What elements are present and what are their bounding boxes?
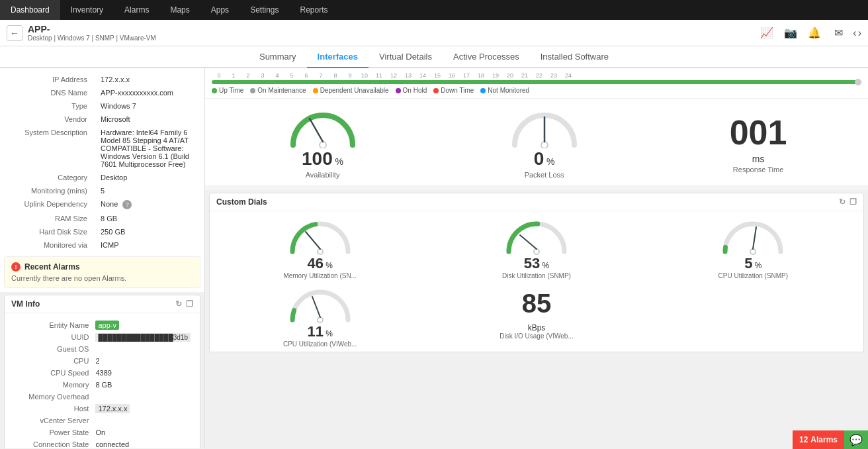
response-time-display: 001 [730,111,787,154]
bell-icon[interactable]: 🔔 [805,24,824,42]
hour-1: 1 [226,72,241,79]
hour-12: 12 [386,72,401,79]
onhold-dot [396,88,401,93]
expand-icon[interactable]: ❐ [186,299,193,309]
dependent-label: Dependent Unavailable [320,87,389,94]
connection-state-value: connected [93,439,193,448]
nav-settings[interactable]: Settings [239,0,289,20]
downtime-dot [433,88,439,93]
cpu-snmp-value: 5 % [647,255,859,272]
svg-point-10 [318,317,323,323]
harddisk-row: Hard Disk Size 250 GB [1,226,203,238]
cpu-speed-label: CPU Speed [11,368,91,378]
vm-info-section: VM Info ↻ ❐ Entity Name app-v UUID [0,292,204,448]
svg-point-0 [320,142,326,148]
nav-reports[interactable]: Reports [289,0,338,20]
monitoring-value: 5 [95,185,203,197]
uplink-value: None ? [95,198,203,211]
alarms-status-button[interactable]: 12 Alarms [793,430,844,448]
vendor-label: Vendor [1,113,94,125]
tab-summary[interactable]: Summary [249,46,307,68]
maintenance-dot [250,88,255,93]
hour-14: 14 [415,72,430,79]
alarm-message: Currently there are no open Alarms. [11,274,193,282]
memory-dial-svg [287,215,353,255]
category-value: Desktop [95,172,203,183]
downtime-label: Down Time [441,87,474,94]
cpu-value: 2 [93,356,193,366]
nav-maps[interactable]: Maps [159,0,200,20]
dns-name-label: DNS Name [1,87,94,99]
nav-arrows: ‹ › [853,27,861,39]
mail-icon[interactable]: ✉ [829,24,847,42]
nav-alarms[interactable]: Alarms [114,0,159,20]
sub-header: ← APP- Desktop | Windows 7 | SNMP | VMwa… [0,20,868,46]
disk-io-display: 85 [430,283,642,323]
monitoring-label: Monitoring (mins) [1,185,94,197]
type-value: Windows 7 [95,100,203,112]
category-label: Category [1,172,94,183]
help-icon[interactable]: ? [122,200,132,209]
tab-active-processes[interactable]: Active Processes [443,46,530,68]
prev-arrow[interactable]: ‹ [853,27,856,39]
response-time-unit-label: ms [730,154,787,164]
tab-interfaces[interactable]: Interfaces [307,46,369,68]
timeline-numbers: 0 1 2 3 4 5 6 7 8 9 10 11 12 13 14 15 16… [212,72,861,80]
hour-11: 11 [372,72,386,79]
cpu-snmp-dial-svg [720,215,786,255]
hour-2: 2 [241,72,255,79]
disk-util-value: 53 % [430,255,642,272]
refresh-icon[interactable]: ↻ [175,299,182,309]
legend-uptime: Up Time [212,87,243,94]
alarm-dot-icon: ! [11,262,21,272]
svg-line-7 [520,235,537,249]
memory-overhead-row: Memory Overhead [11,391,193,402]
hour-18: 18 [474,72,488,79]
availability-label: Availability [286,171,359,179]
packet-loss-value: 0 % [508,148,581,170]
hour-21: 21 [517,72,532,79]
timeline-end-dot [855,79,861,85]
memory-overhead-value [93,391,193,402]
device-info-table: IP Address 172.x.x.x DNS Name APP-xxxxxx… [0,72,204,252]
dependent-dot [313,88,318,93]
custom-dials-expand-icon[interactable]: ❐ [849,197,857,207]
host-label: Host [11,403,91,414]
hour-4: 4 [270,72,284,79]
connection-state-row: Connection State connected [11,439,193,448]
tabs-bar: Summary Interfaces Virtual Details Activ… [0,46,868,68]
monitoring-row: Monitoring (mins) 5 [1,185,203,197]
tab-virtual-details[interactable]: Virtual Details [369,46,443,68]
connection-state-label: Connection State [11,439,91,448]
back-button[interactable]: ← [7,25,22,41]
availability-gauge-svg [286,105,359,148]
custom-dials-refresh-icon[interactable]: ↻ [839,197,846,207]
uplink-row: Uplink Dependency None ? [1,198,203,211]
legend-notmonitored: Not Monitored [480,87,529,94]
hour-6: 6 [299,72,314,79]
hour-9: 9 [343,72,357,79]
alarms-count: 12 [799,435,808,444]
disk-io-unit-label: kBps [430,323,642,332]
cpu-viweb-label: CPU Utilization (VIWeb... [214,340,426,348]
vm-info-panel: VM Info ↻ ❐ Entity Name app-v UUID [4,295,200,448]
uuid-value: ████████████████3d1b [93,332,193,342]
harddisk-label: Hard Disk Size [1,226,94,238]
system-description-row: System Description Hardware: Intel64 Fam… [1,126,203,170]
uptime-label: Up Time [219,87,243,94]
cpu-utilization-snmp-dial: 5 % CPU Utilization (SNMP) [647,215,859,279]
chat-button[interactable]: 💬 [844,430,868,448]
monitored-via-label: Monitored via [1,239,94,251]
memory-util-value: 46 % [214,255,426,272]
tab-installed-software[interactable]: Installed Software [530,46,619,68]
next-arrow[interactable]: › [858,27,861,39]
uplink-label: Uplink Dependency [1,198,94,211]
nav-dashboard[interactable]: Dashboard [0,0,60,20]
nav-apps[interactable]: Apps [200,0,239,20]
cpu-speed-value: 4389 [93,368,193,378]
chart-icon[interactable]: 📈 [758,24,776,42]
hour-8: 8 [328,72,343,79]
cpu-label: CPU [11,356,91,366]
nav-inventory[interactable]: Inventory [60,0,114,20]
image-icon[interactable]: 📷 [781,24,800,42]
